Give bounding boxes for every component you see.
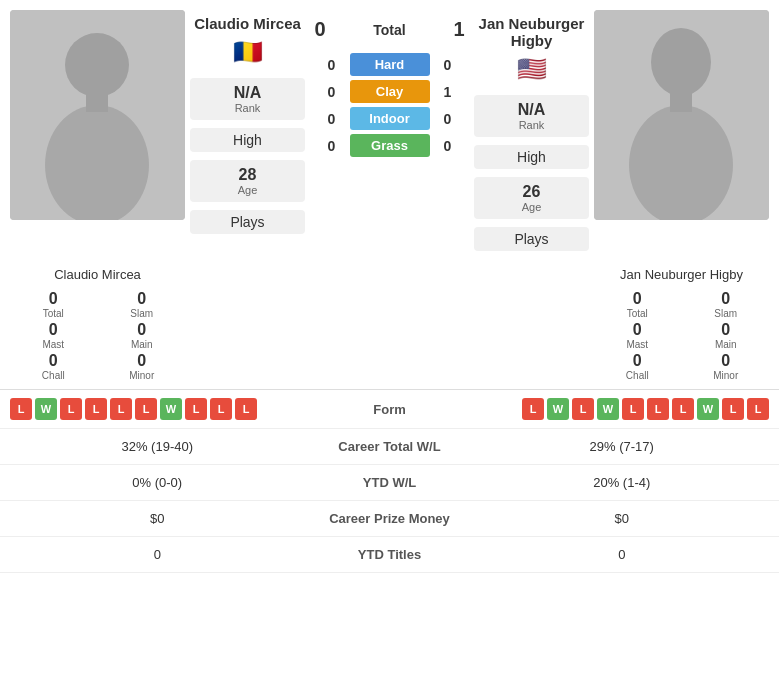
player-section: Claudio Mircea 🇷🇴 N/A Rank High 28 Age P… [0,0,779,265]
svg-point-1 [65,33,129,97]
left-minor-val: 0 [99,352,186,370]
form-badge-w: W [597,398,619,420]
right-rank-value: N/A [486,101,577,119]
form-badge-l: L [747,398,769,420]
right-total-val: 0 [594,290,681,308]
right-minor-val: 0 [683,352,770,370]
total-score-row: 0 Total 1 [305,10,474,49]
clay-row: 0 Clay 1 [305,80,474,103]
grass-row: 0 Grass 0 [305,134,474,157]
indoor-button[interactable]: Indoor [350,107,430,130]
left-mast-lbl: Mast [10,339,97,350]
left-player-photo [10,10,185,220]
left-chall-cell: 0 Chall [10,352,97,381]
hard-right-score: 0 [438,57,458,73]
right-minor-cell: 0 Minor [683,352,770,381]
hard-left-score: 0 [322,57,342,73]
left-minor-lbl: Minor [99,370,186,381]
right-main-val: 0 [683,321,770,339]
right-slam-val: 0 [683,290,770,308]
photo-names-row: Claudio Mircea Jan Neuburger Higby [0,265,779,290]
left-prize: $0 [10,511,305,526]
ytd-wl-row: 0% (0-0) YTD W/L 20% (1-4) [0,465,779,501]
svg-rect-7 [670,92,692,112]
ytd-titles-row: 0 YTD Titles 0 [0,537,779,573]
form-badge-w: W [697,398,719,420]
indoor-right-score: 0 [438,111,458,127]
right-chall-val: 0 [594,352,681,370]
grass-left-score: 0 [322,138,342,154]
form-label: Form [340,402,440,417]
right-prize: $0 [475,511,770,526]
form-badge-l: L [10,398,32,420]
left-stats-block: 0 Total 0 Slam 0 Mast 0 Main 0 Chall [10,290,185,381]
right-mast-val: 0 [594,321,681,339]
hard-row: 0 Hard 0 [305,53,474,76]
form-badge-l: L [572,398,594,420]
right-age-card: 26 Age [474,177,589,219]
svg-rect-3 [86,92,108,112]
right-plays-label: Plays [486,231,577,247]
right-slam-cell: 0 Slam [683,290,770,319]
prize-label: Career Prize Money [305,511,475,526]
clay-button[interactable]: Clay [350,80,430,103]
grass-button[interactable]: Grass [350,134,430,157]
left-form-badges: LWLLLLWLLL [10,398,340,420]
left-high-value: High [202,132,293,148]
svg-point-6 [629,105,733,220]
left-minor-cell: 0 Minor [99,352,186,381]
left-mast-cell: 0 Mast [10,321,97,350]
right-photo-name-label: Jan Neuburger Higby [594,267,769,282]
form-badge-w: W [35,398,57,420]
right-total-lbl: Total [594,308,681,319]
career-wl-label: Career Total W/L [305,439,475,454]
left-total-score: 0 [305,18,335,41]
left-stats-grid: 0 Total 0 Slam 0 Mast 0 Main 0 Chall [10,290,185,381]
left-high-card: High [190,128,305,152]
form-badge-l: L [60,398,82,420]
right-stats-grid: 0 Total 0 Slam 0 Mast 0 Main 0 Chall [594,290,769,381]
ytd-titles-label: YTD Titles [305,547,475,562]
left-mast-val: 0 [10,321,97,339]
left-player-name: Claudio Mircea [194,15,301,32]
left-player-flag: 🇷🇴 [233,38,263,66]
right-high-value: High [486,149,577,165]
indoor-left-score: 0 [322,111,342,127]
right-high-card: High [474,145,589,169]
center-spacer [185,267,594,282]
right-main-cell: 0 Main [683,321,770,350]
left-ytd-titles: 0 [10,547,305,562]
right-player-info: Jan Neuburger Higby 🇺🇸 N/A Rank High 26 … [474,10,589,255]
hard-button[interactable]: Hard [350,53,430,76]
form-badge-w: W [547,398,569,420]
right-ytd-wl: 20% (1-4) [475,475,770,490]
left-photo-name-label: Claudio Mircea [10,267,185,282]
right-player-name: Jan Neuburger Higby [474,15,589,49]
right-age-value: 26 [486,183,577,201]
right-mast-cell: 0 Mast [594,321,681,350]
right-player-photo [594,10,769,220]
left-chall-lbl: Chall [10,370,97,381]
left-slam-lbl: Slam [99,308,186,319]
left-total-cell: 0 Total [10,290,97,319]
form-badge-l: L [85,398,107,420]
indoor-row: 0 Indoor 0 [305,107,474,130]
bottom-section: LWLLLLWLLL Form LWLWLLLWLL 32% (19-40) C… [0,389,779,573]
form-badge-l: L [622,398,644,420]
left-rank-card: N/A Rank [190,78,305,120]
right-rank-card: N/A Rank [474,95,589,137]
right-stats-block: 0 Total 0 Slam 0 Mast 0 Main 0 Chall [594,290,769,381]
right-plays-card: Plays [474,227,589,251]
right-career-wl: 29% (7-17) [475,439,770,454]
total-score-label: Total [335,22,444,38]
form-badge-l: L [185,398,207,420]
left-chall-val: 0 [10,352,97,370]
left-age-label: Age [202,184,293,196]
left-main-cell: 0 Main [99,321,186,350]
form-badge-l: L [647,398,669,420]
grass-right-score: 0 [438,138,458,154]
left-total-val: 0 [10,290,97,308]
right-main-lbl: Main [683,339,770,350]
left-main-lbl: Main [99,339,186,350]
form-badge-w: W [160,398,182,420]
